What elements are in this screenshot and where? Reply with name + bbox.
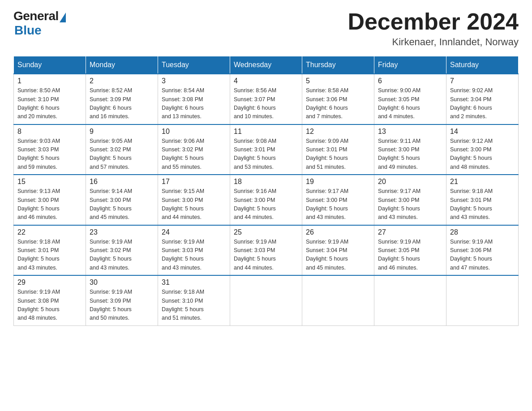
day-number: 31 [162,278,226,287]
day-info: Sunrise: 9:19 AMSunset: 3:02 PMDaylight:… [90,238,154,273]
title-block: December 2024 Kirkenaer, Innlandet, Norw… [348,9,519,48]
calendar-cell [230,275,302,325]
calendar-cell: 27Sunrise: 9:19 AMSunset: 3:05 PMDayligh… [374,225,446,276]
weekday-header-tuesday: Tuesday [158,56,230,74]
calendar-cell: 30Sunrise: 9:19 AMSunset: 3:09 PMDayligh… [86,275,158,325]
calendar-week-row: 22Sunrise: 9:18 AMSunset: 3:01 PMDayligh… [14,225,519,276]
day-info: Sunrise: 9:13 AMSunset: 3:00 PMDaylight:… [17,187,82,222]
calendar-cell: 21Sunrise: 9:18 AMSunset: 3:01 PMDayligh… [446,175,519,225]
calendar-cell: 8Sunrise: 9:03 AMSunset: 3:03 PMDaylight… [14,124,86,175]
weekday-header-friday: Friday [374,56,446,74]
calendar-cell: 23Sunrise: 9:19 AMSunset: 3:02 PMDayligh… [86,225,158,276]
calendar-cell: 26Sunrise: 9:19 AMSunset: 3:04 PMDayligh… [302,225,374,276]
day-number: 15 [17,178,82,186]
calendar-cell: 20Sunrise: 9:17 AMSunset: 3:00 PMDayligh… [374,175,446,225]
calendar-cell: 12Sunrise: 9:09 AMSunset: 3:01 PMDayligh… [302,124,374,175]
day-number: 29 [17,278,82,287]
day-number: 6 [378,77,442,85]
calendar-week-row: 1Sunrise: 8:50 AMSunset: 3:10 PMDaylight… [14,74,519,124]
day-info: Sunrise: 9:19 AMSunset: 3:08 PMDaylight:… [17,288,82,323]
calendar-cell: 29Sunrise: 9:19 AMSunset: 3:08 PMDayligh… [14,275,86,325]
calendar-cell: 16Sunrise: 9:14 AMSunset: 3:00 PMDayligh… [86,175,158,225]
calendar-cell: 5Sunrise: 8:58 AMSunset: 3:06 PMDaylight… [302,74,374,124]
day-number: 1 [17,77,82,85]
calendar-table: SundayMondayTuesdayWednesdayThursdayFrid… [13,56,519,326]
calendar-cell: 13Sunrise: 9:11 AMSunset: 3:00 PMDayligh… [374,124,446,175]
calendar-cell: 17Sunrise: 9:15 AMSunset: 3:00 PMDayligh… [158,175,230,225]
calendar-cell: 19Sunrise: 9:17 AMSunset: 3:00 PMDayligh… [302,175,374,225]
day-number: 24 [162,228,226,236]
day-info: Sunrise: 9:06 AMSunset: 3:02 PMDaylight:… [162,137,226,172]
day-number: 21 [450,178,515,186]
day-number: 16 [90,178,154,186]
logo-triangle-icon [60,13,66,22]
day-info: Sunrise: 8:58 AMSunset: 3:06 PMDaylight:… [306,86,370,121]
calendar-cell: 9Sunrise: 9:05 AMSunset: 3:02 PMDaylight… [86,124,158,175]
day-info: Sunrise: 9:19 AMSunset: 3:06 PMDaylight:… [450,238,515,273]
day-number: 9 [90,128,154,136]
day-info: Sunrise: 8:50 AMSunset: 3:10 PMDaylight:… [17,86,82,121]
day-number: 26 [306,228,370,236]
calendar-cell [446,275,519,325]
day-number: 19 [306,178,370,186]
calendar-cell: 1Sunrise: 8:50 AMSunset: 3:10 PMDaylight… [14,74,86,124]
calendar-week-row: 15Sunrise: 9:13 AMSunset: 3:00 PMDayligh… [14,175,519,225]
day-number: 11 [234,128,298,136]
day-number: 3 [162,77,226,85]
day-info: Sunrise: 8:56 AMSunset: 3:07 PMDaylight:… [234,86,298,121]
day-number: 22 [17,228,82,236]
calendar-cell: 31Sunrise: 9:18 AMSunset: 3:10 PMDayligh… [158,275,230,325]
calendar-cell: 22Sunrise: 9:18 AMSunset: 3:01 PMDayligh… [14,225,86,276]
day-number: 8 [17,128,82,136]
calendar-cell: 18Sunrise: 9:16 AMSunset: 3:00 PMDayligh… [230,175,302,225]
day-number: 25 [234,228,298,236]
weekday-header-sunday: Sunday [14,56,86,74]
day-number: 28 [450,228,515,236]
day-info: Sunrise: 9:18 AMSunset: 3:01 PMDaylight:… [17,238,82,273]
weekday-header-saturday: Saturday [446,56,519,74]
day-number: 10 [162,128,226,136]
day-info: Sunrise: 9:00 AMSunset: 3:05 PMDaylight:… [378,86,442,121]
day-number: 17 [162,178,226,186]
day-info: Sunrise: 9:14 AMSunset: 3:00 PMDaylight:… [90,187,154,222]
calendar-cell: 11Sunrise: 9:08 AMSunset: 3:01 PMDayligh… [230,124,302,175]
day-number: 30 [90,278,154,287]
day-info: Sunrise: 9:03 AMSunset: 3:03 PMDaylight:… [17,137,82,172]
day-number: 4 [234,77,298,85]
calendar-cell: 14Sunrise: 9:12 AMSunset: 3:00 PMDayligh… [446,124,519,175]
day-info: Sunrise: 9:19 AMSunset: 3:05 PMDaylight:… [378,238,442,273]
month-title: December 2024 [348,9,519,34]
day-info: Sunrise: 9:16 AMSunset: 3:00 PMDaylight:… [234,187,298,222]
day-number: 13 [378,128,442,136]
calendar-cell [302,275,374,325]
weekday-header-wednesday: Wednesday [230,56,302,74]
logo: General Blue [13,9,66,38]
day-info: Sunrise: 9:09 AMSunset: 3:01 PMDaylight:… [306,137,370,172]
page-header: General Blue December 2024 Kirkenaer, In… [13,9,519,48]
day-number: 2 [90,77,154,85]
day-info: Sunrise: 9:18 AMSunset: 3:10 PMDaylight:… [162,288,226,323]
day-number: 27 [378,228,442,236]
logo-blue-text: Blue [14,23,42,38]
day-info: Sunrise: 9:17 AMSunset: 3:00 PMDaylight:… [306,187,370,222]
day-info: Sunrise: 9:02 AMSunset: 3:04 PMDaylight:… [450,86,515,121]
day-info: Sunrise: 9:19 AMSunset: 3:09 PMDaylight:… [90,288,154,323]
calendar-cell: 25Sunrise: 9:19 AMSunset: 3:03 PMDayligh… [230,225,302,276]
calendar-cell: 3Sunrise: 8:54 AMSunset: 3:08 PMDaylight… [158,74,230,124]
location-title: Kirkenaer, Innlandet, Norway [348,36,519,48]
day-info: Sunrise: 9:19 AMSunset: 3:03 PMDaylight:… [234,238,298,273]
day-number: 20 [378,178,442,186]
calendar-cell: 2Sunrise: 8:52 AMSunset: 3:09 PMDaylight… [86,74,158,124]
weekday-header-monday: Monday [86,56,158,74]
calendar-cell: 6Sunrise: 9:00 AMSunset: 3:05 PMDaylight… [374,74,446,124]
calendar-cell: 4Sunrise: 8:56 AMSunset: 3:07 PMDaylight… [230,74,302,124]
day-info: Sunrise: 9:08 AMSunset: 3:01 PMDaylight:… [234,137,298,172]
day-number: 14 [450,128,515,136]
calendar-cell: 7Sunrise: 9:02 AMSunset: 3:04 PMDaylight… [446,74,519,124]
logo-general-text: General [13,9,59,23]
day-info: Sunrise: 9:17 AMSunset: 3:00 PMDaylight:… [378,187,442,222]
calendar-week-row: 8Sunrise: 9:03 AMSunset: 3:03 PMDaylight… [14,124,519,175]
day-number: 23 [90,228,154,236]
calendar-cell: 24Sunrise: 9:19 AMSunset: 3:03 PMDayligh… [158,225,230,276]
day-info: Sunrise: 8:54 AMSunset: 3:08 PMDaylight:… [162,86,226,121]
